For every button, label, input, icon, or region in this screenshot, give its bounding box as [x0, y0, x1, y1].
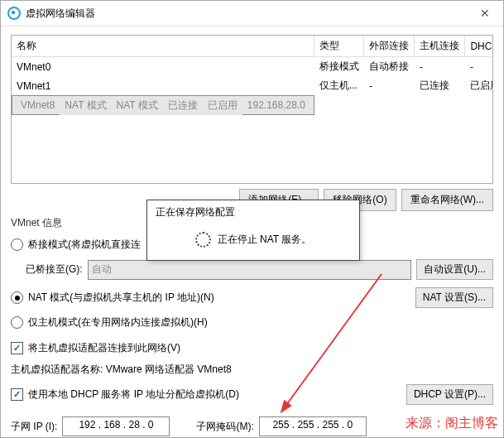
window-title: 虚拟网络编辑器 [26, 7, 466, 21]
auto-set-button[interactable]: 自动设置(U)... [416, 259, 493, 280]
cell-host: - [415, 57, 465, 77]
bridge-to-label: 已桥接至(G): [26, 262, 83, 277]
col-dhcp[interactable]: DHCP [465, 36, 493, 57]
app-icon [7, 7, 21, 20]
col-type[interactable]: 类型 [314, 36, 364, 57]
hostonly-label: 仅主机模式(在专用网络内连接虚拟机)(H) [28, 315, 208, 330]
table-row[interactable]: VMnet1仅主机...-已连接已启用192.168.119.0 [12, 76, 493, 95]
nat-settings-button[interactable]: NAT 设置(S)... [415, 287, 493, 308]
cell-type: 桥接模式 [314, 57, 364, 77]
cell-subnet: 192.168.28.0 [242, 97, 310, 113]
cell-host: 已连接 [415, 76, 465, 95]
cell-ext: - [364, 76, 415, 95]
adapter-name-label: 主机虚拟适配器名称: VMware 网络适配器 VMnet8 [11, 363, 232, 375]
cell-dhcp: 已启用 [465, 76, 493, 95]
chk-connect-host[interactable]: ✓ [11, 342, 23, 354]
col-host[interactable]: 主机连接 [415, 36, 465, 57]
watermark: 来源：阁主博客 [406, 415, 498, 432]
cell-ext: NAT 模式 [112, 96, 163, 115]
col-name[interactable]: 名称 [12, 36, 314, 57]
bridge-label: 桥接模式(将虚拟机直接连 [28, 238, 141, 252]
radio-bridge[interactable] [11, 238, 23, 251]
dialog-message: 正在停止 NAT 服务。 [218, 233, 312, 247]
connect-host-label: 将主机虚拟适配器连接到此网络(V) [28, 341, 180, 355]
rename-network-button[interactable]: 重命名网络(W)... [401, 189, 493, 211]
cell-type: 仅主机... [314, 76, 364, 95]
bridge-select[interactable]: 自动 [88, 260, 412, 280]
cell-host: 已连接 [163, 96, 203, 115]
cell-type: NAT 模式 [60, 96, 111, 115]
radio-hostonly[interactable] [11, 316, 23, 329]
table-row[interactable]: VMnet8NAT 模式NAT 模式已连接已启用192.168.28.0 [12, 95, 314, 115]
subnet-ip-label: 子网 IP (I): [11, 420, 57, 434]
saving-dialog: 正在保存网络配置 正在停止 NAT 服务。 [146, 200, 360, 261]
close-icon[interactable]: ✕ [466, 1, 503, 26]
table-row[interactable]: VMnet0桥接模式自动桥接--- [12, 57, 493, 77]
use-dhcp-label: 使用本地 DHCP 服务将 IP 地址分配给虚拟机(D) [28, 387, 239, 402]
cell-ext: 自动桥接 [364, 57, 415, 77]
col-ext[interactable]: 外部连接 [364, 36, 415, 57]
radio-nat[interactable] [11, 291, 23, 304]
spinner-icon [195, 232, 211, 248]
dialog-title: 正在保存网络配置 [147, 200, 359, 219]
cell-name: VMnet0 [12, 57, 314, 77]
network-table[interactable]: 名称 类型 外部连接 主机连接 DHCP 子网地址 VMnet0桥接模式自动桥接… [11, 35, 493, 184]
subnet-mask-label: 子网掩码(M): [196, 420, 253, 434]
cell-dhcp: 已启用 [203, 96, 242, 115]
cell-name: VMnet1 [12, 76, 314, 95]
chk-use-dhcp[interactable]: ✓ [11, 388, 23, 401]
nat-label: NAT 模式(与虚拟机共享主机的 IP 地址)(N) [28, 291, 214, 305]
cell-name: VMnet8 [16, 97, 60, 113]
subnet-ip-input[interactable]: 192 . 168 . 28 . 0 [62, 416, 170, 436]
cell-dhcp: - [465, 57, 493, 77]
titlebar: 虚拟网络编辑器 ✕ [1, 1, 503, 26]
dhcp-settings-button[interactable]: DHCP 设置(P)... [406, 384, 493, 405]
subnet-mask-input[interactable]: 255 . 255 . 255 . 0 [259, 416, 367, 436]
